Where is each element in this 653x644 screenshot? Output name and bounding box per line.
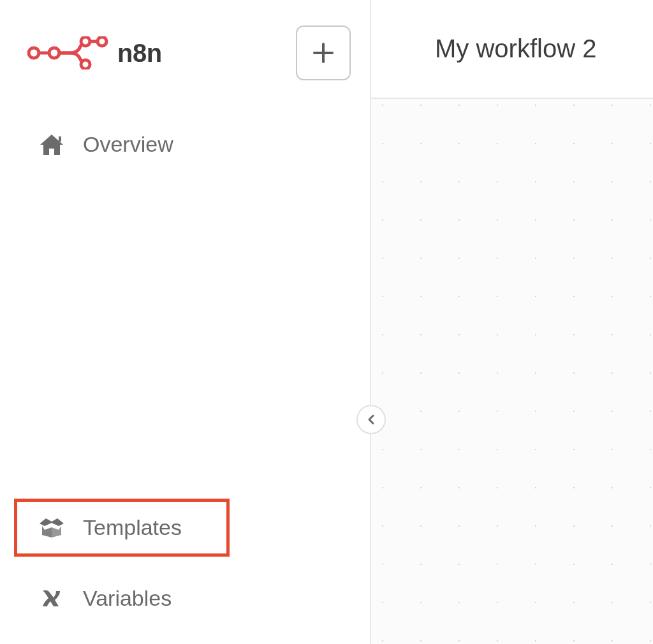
brand-logo[interactable]: n8n	[27, 36, 162, 70]
collapse-sidebar-button[interactable]	[356, 405, 386, 434]
svg-point-5	[98, 37, 106, 46]
svg-point-4	[81, 60, 90, 69]
sidebar-item-label: Overview	[83, 132, 173, 157]
sidebar-item-templates[interactable]: Templates	[0, 499, 370, 557]
box-open-icon	[40, 518, 64, 538]
main-area: My workflow 2	[371, 0, 653, 644]
svg-point-3	[81, 37, 90, 46]
n8n-logo-icon	[27, 36, 110, 70]
plus-icon	[312, 41, 335, 64]
sidebar-item-label: Variables	[83, 586, 172, 611]
brand-name: n8n	[117, 39, 162, 68]
workflow-title[interactable]: My workflow 2	[435, 34, 596, 63]
home-icon	[40, 135, 64, 155]
sidebar-header: n8n	[0, 26, 370, 80]
svg-rect-9	[59, 136, 61, 142]
add-workflow-button[interactable]	[296, 26, 351, 80]
sidebar-item-label: Templates	[83, 515, 182, 540]
sidebar-nav: Overview Templates	[0, 115, 370, 627]
svg-point-0	[29, 48, 39, 58]
top-bar: My workflow 2	[371, 0, 653, 99]
sidebar-item-variables[interactable]: Variables	[0, 569, 370, 627]
chevron-left-icon	[365, 414, 377, 425]
variable-x-icon	[40, 589, 64, 608]
sidebar: n8n Overview	[0, 0, 370, 644]
workflow-canvas[interactable]	[371, 99, 653, 644]
sidebar-item-overview[interactable]: Overview	[0, 115, 370, 173]
